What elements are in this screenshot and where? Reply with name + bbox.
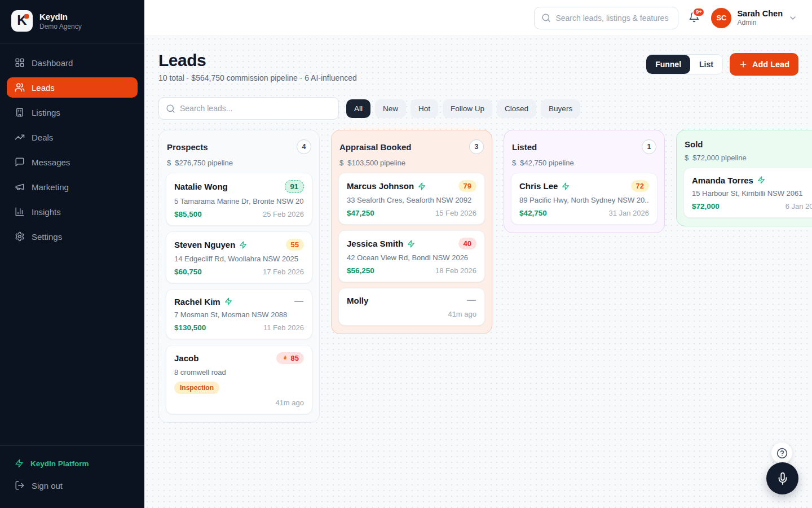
user-menu[interactable]: SC Sarah Chen Admin (711, 8, 797, 28)
sidebar-item-label: Settings (32, 232, 62, 242)
brand-logo-icon: K (11, 10, 33, 32)
sidebar-item-insights[interactable]: Insights (7, 202, 138, 222)
column-pipeline-value: $276,750 pipeline (175, 159, 233, 167)
column-count-badge: 4 (297, 139, 311, 154)
lead-score-badge: 55 (286, 239, 304, 251)
filter-chip-closed[interactable]: Closed (497, 99, 536, 118)
lead-name: Steven Nguyen (174, 240, 235, 249)
global-search-input[interactable] (555, 14, 671, 23)
lead-date: 25 Feb 2026 (263, 210, 304, 218)
filter-chip-hot[interactable]: Hot (411, 99, 438, 118)
lead-updated-time: 41m ago (174, 398, 304, 407)
lead-commission: $56,250 (347, 266, 374, 275)
deals-icon (15, 132, 25, 142)
sidebar-item-deals[interactable]: Deals (7, 127, 138, 147)
brand-name: KeydIn (39, 12, 82, 21)
lead-commission: $85,500 (174, 210, 202, 218)
dollar-icon: $ (339, 159, 343, 167)
filter-chip-follow-up[interactable]: Follow Up (443, 99, 492, 118)
flame-icon (281, 354, 289, 362)
chevron-down-icon (788, 14, 797, 23)
user-role: Admin (737, 19, 783, 27)
messages-icon (15, 157, 25, 167)
lead-address: 42 Ocean View Rd, Bondi NSW 2026 (347, 253, 476, 262)
lead-name: Rachel Kim (174, 297, 220, 306)
sidebar-footer-sign-out[interactable]: Sign out (7, 475, 138, 496)
filter-chip-all[interactable]: All (346, 99, 370, 118)
bolt-icon (15, 459, 24, 468)
help-button[interactable] (771, 443, 792, 463)
sidebar-item-label: Marketing (32, 182, 69, 192)
lead-name: Amanda Torres (692, 176, 753, 185)
filter-chip-new[interactable]: New (375, 99, 406, 118)
sidebar-item-label: Dashboard (32, 58, 73, 68)
lead-date: 31 Jan 2026 (608, 209, 649, 217)
column-pipeline: $$42,750 pipeline (512, 159, 656, 167)
lead-date: 6 Jan 2026 (785, 202, 812, 211)
aibolt-icon (562, 182, 570, 190)
aibolt-icon (407, 240, 415, 248)
lead-card-marcus-johnson[interactable]: Marcus Johnson7933 Seaforth Cres, Seafor… (338, 173, 485, 225)
lead-card-jessica-smith[interactable]: Jessica Smith4042 Ocean View Rd, Bondi N… (338, 230, 485, 282)
sidebar-item-listings[interactable]: Listings (7, 102, 138, 122)
lead-address: 33 Seaforth Cres, Seaforth NSW 2092 (347, 196, 476, 204)
lead-date: 15 Feb 2026 (435, 209, 476, 217)
lead-card-molly[interactable]: Molly—41m ago (338, 288, 485, 326)
no-score-dash: — (294, 296, 304, 306)
global-search[interactable] (534, 7, 678, 29)
column-prospects: Prospects4$$276,750 pipelineNatalie Wong… (158, 130, 320, 423)
lead-date: 11 Feb 2026 (263, 323, 304, 332)
sidebar-item-label: Messages (32, 157, 70, 167)
kanban-board: Prospects4$$276,750 pipelineNatalie Wong… (158, 130, 812, 423)
sidebar-item-settings[interactable]: Settings (7, 226, 138, 247)
page-subtitle: 10 total · $564,750 commission pipeline … (158, 73, 357, 82)
view-toggle-list[interactable]: List (690, 55, 722, 74)
lead-card-chris-lee[interactable]: Chris Lee7289 Pacific Hwy, North Sydney … (511, 173, 657, 225)
sidebar-footer: KeydIn PlatformSign out (0, 446, 144, 508)
lead-card-amanda-torres[interactable]: Amanda Torres—15 Harbour St, Kirribilli … (683, 168, 812, 218)
lead-score-badge: 40 (458, 238, 476, 249)
dollar-icon: $ (512, 159, 516, 167)
avatar: SC (711, 8, 731, 28)
column-title: Prospects (167, 142, 208, 152)
voice-assistant-button[interactable] (766, 462, 798, 494)
brand: K KeydIn Demo Agency (0, 0, 144, 43)
page-title: Leads (158, 51, 357, 70)
signout-icon (15, 480, 25, 491)
sidebar-item-marketing[interactable]: Marketing (7, 177, 138, 197)
lead-address: 15 Harbour St, Kirribilli NSW 2061 (692, 189, 812, 198)
search-icon (541, 13, 551, 23)
column-header: Sold$$72,000 pipeline (683, 137, 812, 168)
lead-commission: $72,000 (692, 202, 720, 211)
brand-subtitle: Demo Agency (39, 23, 82, 30)
notifications-button[interactable]: 9+ (689, 11, 700, 25)
view-toggle-funnel[interactable]: Funnel (646, 55, 690, 74)
column-title: Listed (512, 142, 537, 152)
sidebar-item-label: Leads (32, 83, 55, 93)
column-pipeline-value: $72,000 pipeline (692, 154, 746, 162)
column-pipeline-value: $42,750 pipeline (520, 159, 573, 167)
column-count-badge: 1 (642, 139, 656, 154)
lead-card-natalie-wong[interactable]: Natalie Wong915 Tamarama Marine Dr, Bron… (166, 173, 312, 226)
lead-card-rachel-kim[interactable]: Rachel Kim—7 Mosman St, Mosman NSW 2088$… (166, 289, 312, 339)
add-lead-label: Add Lead (752, 60, 789, 69)
sidebar-footer-label: Sign out (32, 481, 63, 491)
sidebar-footer-keydin-platform[interactable]: KeydIn Platform (7, 454, 138, 473)
sidebar-item-dashboard[interactable]: Dashboard (7, 52, 138, 73)
sidebar-item-leads[interactable]: Leads (7, 77, 138, 98)
filter-chip-buyers[interactable]: Buyers (541, 99, 580, 118)
lead-score-badge: 91 (285, 180, 304, 193)
sidebar-item-messages[interactable]: Messages (7, 152, 138, 172)
dollar-icon: $ (167, 159, 171, 167)
lead-card-jacob[interactable]: Jacob858 cromwell roadInspection41m ago (166, 345, 312, 414)
lead-search[interactable] (158, 97, 339, 120)
lead-commission: $130,500 (174, 323, 206, 332)
microphone-icon (776, 472, 789, 485)
sidebar-footer-label: KeydIn Platform (30, 459, 89, 468)
lead-address: 14 Edgecliff Rd, Woollahra NSW 2025 (174, 255, 304, 263)
lead-search-input[interactable] (180, 104, 332, 113)
lead-card-steven-nguyen[interactable]: Steven Nguyen5514 Edgecliff Rd, Woollahr… (166, 231, 312, 283)
lead-address: 7 Mosman St, Mosman NSW 2088 (174, 310, 304, 319)
add-lead-button[interactable]: Add Lead (730, 53, 798, 76)
column-header: Prospects4$$276,750 pipeline (166, 137, 312, 173)
